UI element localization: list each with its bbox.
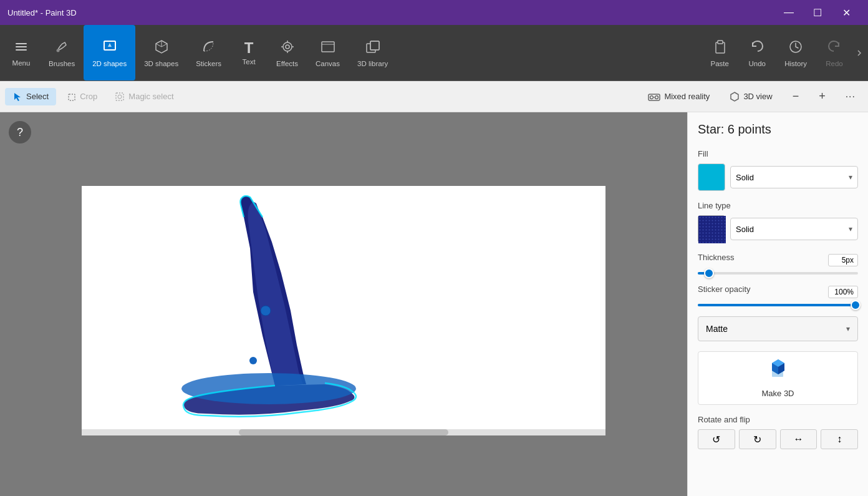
material-chevron: ▾ <box>846 324 850 333</box>
svg-point-26 <box>118 95 122 99</box>
linetype-type-label: Solid <box>736 225 754 234</box>
thickness-label: Thickness <box>698 253 735 262</box>
drawing-canvas[interactable]: ⊕ <box>82 186 605 435</box>
scrollbar-thumb[interactable] <box>239 429 448 435</box>
rotate-right-button[interactable]: ↻ <box>739 429 776 449</box>
toolbar-2dshapes[interactable]: 2D shapes <box>84 25 135 80</box>
toolbar-stickers[interactable]: Stickers <box>187 25 230 80</box>
mixed-reality-button[interactable]: Mixed reality <box>640 88 717 105</box>
rotate-flip-buttons: ↺ ↻ ↔ ↕ <box>698 429 858 449</box>
maximize-button[interactable]: ☐ <box>803 0 832 25</box>
canvas-area[interactable]: ? <box>0 112 687 496</box>
svg-rect-2 <box>16 49 27 51</box>
title-bar: Untitled* - Paint 3D — ☐ ✕ <box>0 0 868 25</box>
canvas-label: Canvas <box>316 60 340 67</box>
linetype-type-dropdown[interactable]: Solid ▾ <box>730 218 858 240</box>
toolbar-effects[interactable]: Effects <box>268 25 307 80</box>
canvas-scrollbar[interactable] <box>82 429 605 435</box>
make-3d-button[interactable]: Make 3D <box>698 351 858 405</box>
svg-line-9 <box>156 44 162 47</box>
svg-point-10 <box>283 42 292 51</box>
minimize-button[interactable]: — <box>774 0 803 25</box>
toolbar-chevron <box>853 47 866 59</box>
paste-label: Paste <box>711 60 729 67</box>
rotate-left-button[interactable]: ↺ <box>698 429 735 449</box>
zoom-out-button[interactable]: − <box>785 86 807 107</box>
svg-point-28 <box>650 95 653 99</box>
linetype-color-swatch[interactable] <box>698 215 725 243</box>
opacity-slider-thumb[interactable] <box>851 300 861 310</box>
text-label: Text <box>243 58 256 66</box>
toolbar-undo[interactable]: Undo <box>738 25 776 80</box>
material-dropdown[interactable]: Matte ▾ <box>698 316 858 341</box>
opacity-section: Sticker opacity <box>698 284 858 306</box>
brushes-icon <box>54 39 70 57</box>
linetype-label: Line type <box>698 201 858 210</box>
zoom-in-button[interactable]: + <box>811 86 833 107</box>
opacity-slider-track[interactable] <box>698 304 858 306</box>
mixed-reality-label: Mixed reality <box>664 92 710 101</box>
menu-label: Menu <box>12 59 31 67</box>
svg-point-34 <box>249 357 257 364</box>
undo-label: Undo <box>748 60 766 67</box>
svg-rect-22 <box>718 41 723 44</box>
stickers-icon <box>201 39 217 57</box>
sub-toolbar-right: Mixed reality 3D view − + ··· <box>640 86 863 107</box>
opacity-label: Sticker opacity <box>698 284 751 294</box>
thickness-slider-track[interactable] <box>698 272 858 275</box>
more-options-button[interactable]: ··· <box>838 87 863 106</box>
toolbar-canvas[interactable]: Canvas <box>307 25 349 80</box>
svg-rect-61 <box>698 216 726 243</box>
2dshapes-label: 2D shapes <box>92 60 127 67</box>
3dlibrary-label: 3D library <box>357 60 388 67</box>
svg-rect-0 <box>16 43 27 44</box>
toolbar-menu[interactable]: Menu <box>2 25 40 80</box>
crop-button[interactable]: Crop <box>59 88 105 105</box>
toolbar-3dshapes[interactable]: 3D shapes <box>135 25 187 80</box>
toolbar-history[interactable]: History <box>776 25 816 80</box>
toolbar-text[interactable]: T Text <box>230 25 268 80</box>
opacity-header: Sticker opacity <box>698 284 858 299</box>
fill-row: Solid ▾ <box>698 163 858 191</box>
fill-color-swatch[interactable] <box>698 163 725 191</box>
rotate-flip-label: Rotate and flip <box>698 415 858 424</box>
history-icon <box>788 39 804 57</box>
svg-marker-31 <box>731 92 738 101</box>
fill-type-dropdown[interactable]: Solid ▾ <box>730 166 858 188</box>
close-button[interactable]: ✕ <box>832 0 861 25</box>
3dshapes-label: 3D shapes <box>144 60 178 67</box>
zoom-in-icon: + <box>819 90 826 103</box>
thickness-slider-thumb[interactable] <box>704 268 714 278</box>
3d-view-button[interactable]: 3D view <box>722 88 779 105</box>
redo-label: Redo <box>826 60 843 67</box>
select-button[interactable]: Select <box>5 88 56 105</box>
toolbar-paste[interactable]: Paste <box>701 25 738 80</box>
svg-point-33 <box>261 306 271 316</box>
toolbar-3dlibrary[interactable]: 3D library <box>349 25 397 80</box>
svg-rect-19 <box>370 41 379 50</box>
3dlibrary-icon <box>365 39 381 57</box>
canvas-svg: ⊕ <box>82 186 605 435</box>
right-panel: Star: 6 points Fill Solid ▾ Line type <box>687 112 868 496</box>
toolbar-redo[interactable]: Redo <box>816 25 853 80</box>
thickness-input[interactable] <box>828 254 858 266</box>
sub-toolbar: Select Crop Magic select Mixed reality <box>0 81 868 112</box>
svg-rect-25 <box>116 93 123 100</box>
2dshapes-icon <box>102 39 118 57</box>
title-bar-controls: — ☐ ✕ <box>774 0 861 25</box>
flip-vertical-button[interactable]: ↕ <box>821 429 858 449</box>
toolbar-brushes[interactable]: Brushes <box>40 25 84 80</box>
svg-point-11 <box>286 45 289 49</box>
magic-select-button[interactable]: Magic select <box>107 88 181 105</box>
help-button[interactable]: ? <box>9 121 31 143</box>
opacity-input[interactable] <box>828 286 858 298</box>
app-title: Untitled* - Paint 3D <box>7 8 77 17</box>
svg-point-32 <box>181 373 356 404</box>
undo-icon <box>749 39 765 57</box>
title-bar-left: Untitled* - Paint 3D <box>7 8 77 17</box>
flip-horizontal-button[interactable]: ↔ <box>780 429 817 449</box>
thickness-section: Thickness <box>698 253 858 275</box>
svg-rect-24 <box>69 94 75 100</box>
svg-point-29 <box>655 95 658 99</box>
stickers-label: Stickers <box>196 60 221 67</box>
